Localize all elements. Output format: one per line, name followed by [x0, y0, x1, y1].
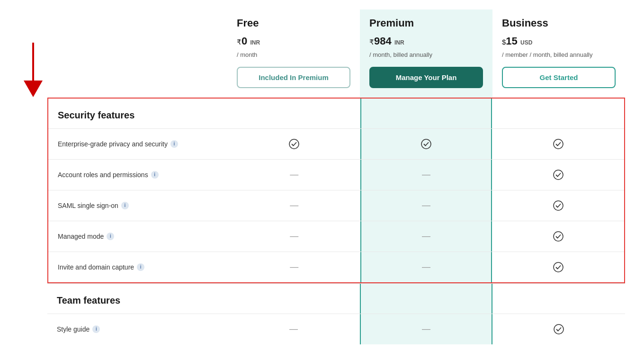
feature-business-value [492, 221, 624, 252]
dash-icon: — [290, 262, 298, 272]
feature-label: SAML single sign-on i [48, 190, 228, 221]
info-icon[interactable]: i [92, 325, 100, 333]
red-arrow-icon [19, 38, 52, 99]
feature-free-value [228, 129, 360, 159]
svg-point-9 [554, 324, 564, 334]
manage-your-plan-button[interactable]: Manage Your Plan [369, 67, 483, 88]
feature-premium-value: — [360, 252, 492, 282]
team-free-header-cell [227, 284, 360, 314]
plan-business-currency: USD [520, 39, 532, 46]
feature-free-value: — [228, 252, 360, 282]
info-icon[interactable]: i [107, 233, 114, 240]
security-section-header-row: Security features [48, 99, 624, 128]
plan-premium-name: Premium [369, 17, 483, 29]
plan-free-amount: 0 [242, 35, 247, 47]
plan-premium-header: Premium ₹984 INR / month, billed annuall… [360, 9, 492, 98]
team-rows: Style guide i — — [47, 314, 625, 344]
feature-label-text: Enterprise-grade privacy and security [58, 140, 168, 148]
svg-point-2 [289, 139, 299, 149]
table-row: Style guide i — — [47, 314, 625, 344]
plan-free-period: / month [237, 51, 350, 59]
dash-icon: — [290, 231, 298, 241]
feature-label: Account roles and permissions i [48, 160, 228, 190]
feature-label-text: Invite and domain capture [58, 263, 134, 271]
feature-label-text: Account roles and permissions [58, 171, 148, 179]
plan-business-header: Business $15 USD / member / month, bille… [492, 9, 625, 98]
feature-free-value: — [228, 160, 360, 190]
dash-icon: — [422, 262, 430, 272]
plan-business-period: / member / month, billed annually [502, 51, 616, 59]
dash-icon: — [422, 170, 430, 180]
dash-icon: — [422, 200, 430, 210]
security-rows: Enterprise-grade privacy and security i … [48, 128, 624, 282]
security-section-title: Security features [48, 99, 228, 128]
team-section-title: Team features [47, 284, 227, 314]
security-free-header-cell [228, 99, 360, 128]
info-icon[interactable]: i [137, 263, 144, 271]
feature-business-value [492, 160, 624, 190]
team-section: Team features Style guide i — — [47, 283, 625, 344]
feature-label-text: Managed mode [58, 233, 104, 240]
feature-premium-value [360, 129, 492, 159]
plan-premium-price: ₹984 INR [369, 34, 483, 49]
info-icon[interactable]: i [170, 140, 178, 148]
team-premium-header-cell [360, 284, 492, 314]
plan-business-price: $15 USD [502, 34, 616, 49]
feature-label-text: SAML single sign-on [58, 202, 118, 209]
plan-free-price: ₹0 INR [237, 34, 350, 49]
feature-premium-value: — [360, 160, 492, 190]
svg-point-6 [554, 201, 563, 210]
plan-premium-amount: 984 [374, 35, 392, 47]
arrow-indicator [19, 38, 52, 101]
feature-premium-value: — [360, 221, 492, 252]
team-section-header-row: Team features [47, 284, 625, 314]
dash-icon: — [289, 324, 298, 334]
feature-business-value [492, 314, 625, 344]
plan-business-amount: 15 [506, 35, 517, 47]
plans-header: Free ₹0 INR / month Included In Premium … [19, 9, 625, 98]
feature-free-value: — [228, 221, 360, 252]
team-business-header-cell [492, 284, 625, 314]
plan-premium-currency: INR [394, 39, 404, 46]
svg-point-5 [554, 170, 563, 180]
dash-icon: — [290, 170, 298, 180]
svg-point-8 [554, 262, 563, 272]
plan-premium-symbol: ₹ [369, 38, 374, 46]
plan-business-name: Business [502, 17, 616, 29]
table-row: Account roles and permissions i — — [48, 159, 624, 190]
features-table: Security features Enterprise-grade priva… [19, 98, 625, 344]
table-row: Managed mode i — — [48, 221, 624, 252]
feature-premium-value: — [360, 314, 492, 344]
feature-business-value [492, 190, 624, 221]
svg-point-4 [554, 139, 563, 149]
plan-free-symbol: ₹ [237, 38, 242, 46]
feature-label: Managed mode i [48, 221, 228, 252]
feature-free-value: — [228, 190, 360, 221]
feature-business-value [492, 252, 624, 282]
feature-label: Style guide i [47, 314, 227, 344]
dash-icon: — [290, 200, 298, 210]
dash-icon: — [422, 324, 430, 334]
dash-icon: — [422, 231, 430, 241]
feature-label-text: Style guide [57, 325, 89, 333]
security-section: Security features Enterprise-grade priva… [47, 98, 625, 283]
get-started-button[interactable]: Get Started [502, 67, 616, 88]
feature-premium-value: — [360, 190, 492, 221]
page-wrapper: Free ₹0 INR / month Included In Premium … [0, 0, 644, 354]
feature-business-value [492, 129, 624, 159]
plan-free-header: Free ₹0 INR / month Included In Premium [227, 9, 360, 98]
feature-label: Enterprise-grade privacy and security i [48, 129, 228, 159]
empty-col [47, 9, 227, 98]
svg-marker-1 [24, 81, 43, 97]
table-row: Enterprise-grade privacy and security i [48, 128, 624, 159]
security-business-header-cell [492, 99, 624, 128]
svg-point-3 [421, 139, 431, 149]
included-in-premium-button[interactable]: Included In Premium [237, 67, 350, 88]
info-icon[interactable]: i [151, 171, 159, 179]
svg-point-7 [554, 232, 563, 241]
info-icon[interactable]: i [121, 202, 129, 209]
table-row: Invite and domain capture i — — [48, 252, 624, 282]
plan-free-name: Free [237, 17, 350, 29]
plan-free-currency: INR [250, 39, 260, 46]
plan-premium-period: / month, billed annually [369, 51, 483, 59]
